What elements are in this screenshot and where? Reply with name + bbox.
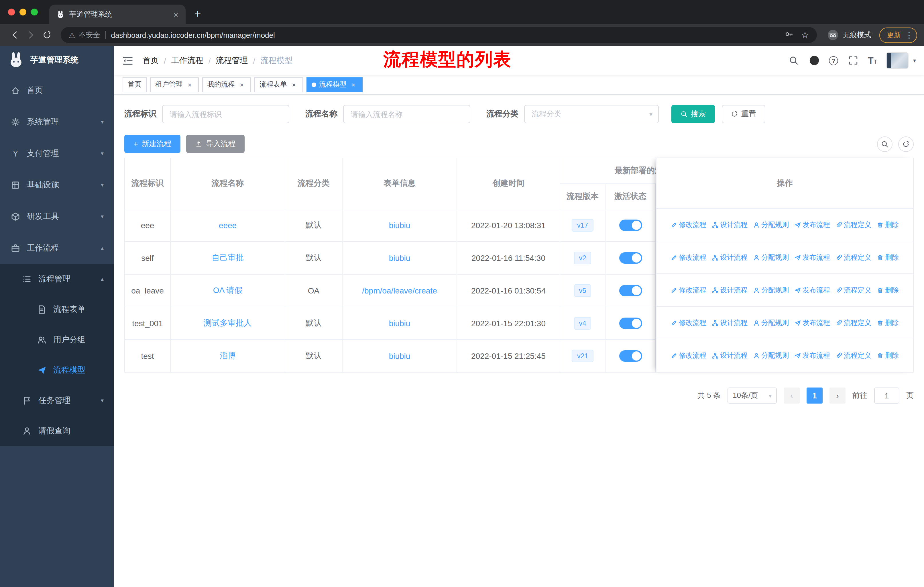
form-info-link[interactable]: biubiu [389,319,411,328]
refresh-icon[interactable] [898,136,914,152]
assign-rule-link[interactable]: 分配规则 [753,318,789,327]
delete-link[interactable]: 删除 [877,285,899,295]
form-info-link[interactable]: biubiu [389,221,411,230]
design-process-link[interactable]: 设计流程 [712,351,747,360]
active-status-toggle[interactable] [619,350,642,362]
breadcrumb-home[interactable]: 首页 [143,55,159,66]
github-icon[interactable] [808,55,820,66]
assign-rule-link[interactable]: 分配规则 [753,220,789,230]
close-window-button[interactable] [8,8,15,15]
delete-link[interactable]: 删除 [877,220,899,230]
edit-process-link[interactable]: 修改流程 [671,318,706,327]
assign-rule-link[interactable]: 分配规则 [753,285,789,295]
sidebar-item-leave-query[interactable]: 请假查询 [0,416,114,446]
zoom-window-button[interactable] [31,8,38,15]
active-status-toggle[interactable] [619,317,642,329]
browser-tab[interactable]: 芋道管理系统 × [49,5,186,24]
breadcrumb-process-management[interactable]: 流程管理 [216,55,248,66]
assign-rule-link[interactable]: 分配规则 [753,253,789,262]
page-size-select[interactable]: 10条/页 ▾ [728,387,777,403]
search-icon[interactable] [788,55,799,66]
process-definition-link[interactable]: 流程定义 [836,253,871,262]
process-definition-link[interactable]: 流程定义 [836,285,871,295]
edit-process-link[interactable]: 修改流程 [671,285,706,295]
publish-process-link[interactable]: 发布流程 [795,285,830,295]
sidebar-item-process-management[interactable]: 流程管理 ▴ [0,264,114,294]
process-id-input[interactable] [162,105,289,123]
edit-process-link[interactable]: 修改流程 [671,253,706,262]
breadcrumb-workflow[interactable]: 工作流程 [171,55,203,66]
tag-home[interactable]: 首页 [122,77,147,92]
sidebar-item-home[interactable]: 首页 [0,74,114,106]
create-process-button[interactable]: + 新建流程 [124,135,180,153]
page-number-button[interactable]: 1 [807,387,823,403]
process-name-input[interactable] [343,105,470,123]
publish-process-link[interactable]: 发布流程 [795,253,830,262]
sidebar-item-task-management[interactable]: 任务管理 ▾ [0,385,114,416]
new-tab-button[interactable]: + [189,5,206,22]
avatar[interactable] [886,52,909,69]
design-process-link[interactable]: 设计流程 [712,220,747,230]
assign-rule-link[interactable]: 分配规则 [753,351,789,360]
password-key-icon[interactable] [784,30,793,40]
process-definition-link[interactable]: 流程定义 [836,351,871,360]
active-status-toggle[interactable] [619,220,642,231]
tag-my-process[interactable]: 我的流程 × [202,77,251,92]
design-process-link[interactable]: 设计流程 [712,253,747,262]
sidebar-item-dev-tools[interactable]: 研发工具 ▾ [0,201,114,232]
edit-process-link[interactable]: 修改流程 [671,220,706,230]
publish-process-link[interactable]: 发布流程 [795,351,830,360]
design-process-link[interactable]: 设计流程 [712,318,747,327]
minimize-window-button[interactable] [20,8,26,15]
sidebar-item-payment[interactable]: ¥ 支付管理 ▾ [0,137,114,169]
publish-process-link[interactable]: 发布流程 [795,220,830,230]
process-name-link[interactable]: eeee [219,221,237,230]
reset-button[interactable]: 重置 [722,105,765,123]
tag-close-icon[interactable]: × [350,81,358,89]
browser-update-button[interactable]: 更新 ⋮ [879,27,917,43]
publish-process-link[interactable]: 发布流程 [795,318,830,327]
delete-link[interactable]: 删除 [877,351,899,360]
bookmark-star-icon[interactable]: ☆ [801,30,809,40]
fullscreen-icon[interactable] [847,55,859,66]
sidebar-item-infrastructure[interactable]: 基础设施 ▾ [0,169,114,201]
sidebar-collapse-icon[interactable] [122,54,135,67]
prev-page-button[interactable]: ‹ [784,387,800,403]
active-status-toggle[interactable] [619,285,642,296]
sidebar-item-process-model[interactable]: 流程模型 [0,355,114,385]
delete-link[interactable]: 删除 [877,318,899,327]
process-category-select[interactable]: 流程分类 ▾ [524,105,659,123]
process-name-link[interactable]: 自己审批 [212,253,244,262]
tag-process-form[interactable]: 流程表单 × [254,77,303,92]
sidebar-item-process-form[interactable]: 流程表单 [0,294,114,324]
next-page-button[interactable]: › [830,387,845,403]
delete-link[interactable]: 删除 [877,253,899,262]
font-size-icon[interactable]: TT [868,56,877,65]
process-definition-link[interactable]: 流程定义 [836,220,871,230]
tab-close-icon[interactable]: × [171,9,181,20]
design-process-link[interactable]: 设计流程 [712,285,747,295]
process-definition-link[interactable]: 流程定义 [836,318,871,327]
tag-tenant[interactable]: 租户管理 × [150,77,199,92]
active-status-toggle[interactable] [619,252,642,264]
process-name-link[interactable]: 测试多审批人 [204,318,252,327]
search-button[interactable]: 搜索 [672,105,715,123]
back-icon[interactable] [7,27,23,43]
sidebar-item-workflow[interactable]: 工作流程 ▴ [0,232,114,264]
process-name-link[interactable]: OA 请假 [213,286,243,294]
form-info-link[interactable]: /bpm/oa/leave/create [362,286,437,295]
tag-close-icon[interactable]: × [290,81,298,89]
edit-process-link[interactable]: 修改流程 [671,351,706,360]
address-bar[interactable]: ⚠ 不安全 dashboard.yudao.iocoder.cn/bpm/man… [61,27,817,43]
tag-close-icon[interactable]: × [238,81,246,89]
import-process-button[interactable]: 导入流程 [186,135,244,153]
process-name-link[interactable]: 滔博 [220,351,236,360]
help-icon[interactable]: ? [829,56,838,65]
tag-close-icon[interactable]: × [186,81,194,89]
reload-icon[interactable] [39,27,55,43]
forward-icon[interactable] [23,27,39,43]
browser-menu-kebab-icon[interactable]: ⋮ [905,30,913,40]
security-status[interactable]: ⚠ 不安全 [69,30,100,40]
form-info-link[interactable]: biubiu [389,351,411,360]
toggle-search-icon[interactable] [877,136,893,152]
